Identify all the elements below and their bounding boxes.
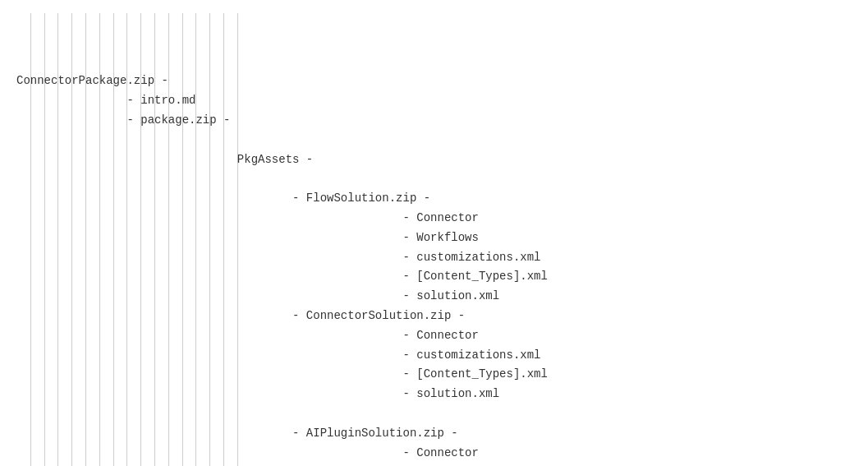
tree-line: - Workflows: [16, 228, 852, 248]
tree-line: - customizations.xml: [16, 248, 852, 268]
tree-line: - solution.xml: [16, 287, 852, 307]
tree-line: - Connector: [16, 444, 852, 464]
tree-line: - AIPluginSolution.zip -: [16, 424, 852, 444]
tree-line: - Connector: [16, 209, 852, 228]
tree-line: PkgAssets -: [16, 150, 852, 170]
tree-line: [16, 131, 852, 150]
tree-line: - intro.md: [16, 91, 852, 111]
tree-line: - customizations.xml: [16, 346, 852, 366]
tree-line: - package.zip -: [16, 111, 852, 131]
tree-line: ConnectorPackage.zip -: [16, 72, 852, 91]
tree-line: - FlowSolution.zip -: [16, 189, 852, 209]
file-tree: ConnectorPackage.zip - - intro.md - pack…: [16, 13, 852, 466]
tree-line: - solution.xml: [16, 385, 852, 404]
tree-line: - Connector: [16, 326, 852, 346]
tree-line: - aipluginoperations: [16, 463, 852, 466]
tree-content: ConnectorPackage.zip - - intro.md - pack…: [16, 72, 852, 466]
tree-line: [16, 404, 852, 424]
tree-line: [16, 169, 852, 189]
tree-line: - [Content_Types].xml: [16, 365, 852, 385]
tree-line: - [Content_Types].xml: [16, 267, 852, 287]
tree-line: - ConnectorSolution.zip -: [16, 307, 852, 326]
